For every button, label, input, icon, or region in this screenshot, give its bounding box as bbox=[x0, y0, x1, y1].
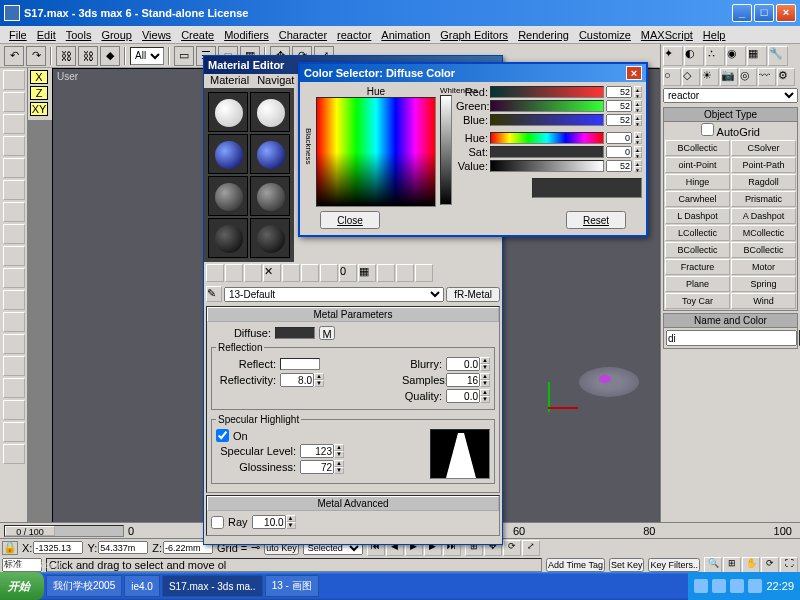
task-4[interactable]: 13 - 画图 bbox=[265, 575, 319, 597]
make-copy-button[interactable] bbox=[282, 264, 300, 282]
ray-input[interactable] bbox=[252, 515, 286, 529]
mat-slot-4[interactable] bbox=[250, 134, 290, 174]
tool-9[interactable] bbox=[3, 246, 25, 266]
diffuse-color-swatch[interactable] bbox=[275, 327, 315, 339]
btn-wind[interactable]: Wind bbox=[731, 293, 796, 309]
btn-bcollection3[interactable]: BCollectic bbox=[731, 242, 796, 258]
helpers-icon[interactable]: ◎ bbox=[739, 68, 757, 86]
start-button[interactable]: 开始 bbox=[0, 572, 44, 600]
time-slider[interactable]: 0 / 100 bbox=[4, 525, 124, 537]
undo-button[interactable]: ↶ bbox=[4, 46, 24, 66]
display-tab[interactable]: ▦ bbox=[747, 46, 767, 66]
pick-material-button[interactable]: ✎ bbox=[206, 286, 222, 302]
minimize-button[interactable]: _ bbox=[732, 4, 752, 22]
green-input[interactable] bbox=[606, 100, 632, 112]
reset-map-button[interactable]: ✕ bbox=[263, 264, 281, 282]
tray-icon-4[interactable] bbox=[748, 579, 762, 593]
blurry-down[interactable]: ▼ bbox=[480, 364, 490, 371]
menu-graph-editors[interactable]: Graph Editors bbox=[435, 29, 513, 41]
btn-fracture[interactable]: Fracture bbox=[665, 259, 730, 275]
tool-14[interactable] bbox=[3, 356, 25, 376]
tool-15[interactable] bbox=[3, 378, 25, 398]
name-color-rollup[interactable]: Name and Color bbox=[664, 314, 797, 328]
tray-icon-2[interactable] bbox=[712, 579, 726, 593]
btn-adashpot[interactable]: A Dashpot bbox=[731, 208, 796, 224]
object-name-input[interactable] bbox=[666, 330, 797, 346]
y-coord-input[interactable] bbox=[98, 541, 148, 554]
specular-level-input[interactable] bbox=[300, 444, 334, 458]
tool-16[interactable] bbox=[3, 400, 25, 420]
axis-z[interactable]: Z bbox=[30, 86, 48, 100]
menu-maxscript[interactable]: MAXScript bbox=[636, 29, 698, 41]
task-3[interactable]: S17.max - 3ds ma.. bbox=[162, 575, 263, 597]
show-end-button[interactable] bbox=[377, 264, 395, 282]
menu-views[interactable]: Views bbox=[137, 29, 176, 41]
reflectivity-input[interactable] bbox=[280, 373, 314, 387]
menu-help[interactable]: Help bbox=[698, 29, 731, 41]
hierarchy-tab[interactable]: ⛬ bbox=[705, 46, 725, 66]
mat-slot-8[interactable] bbox=[250, 218, 290, 258]
glossiness-input[interactable] bbox=[300, 460, 334, 474]
x-coord-input[interactable] bbox=[33, 541, 83, 554]
redo-button[interactable]: ↷ bbox=[26, 46, 46, 66]
clock[interactable]: 22:29 bbox=[766, 580, 794, 592]
assign-button[interactable] bbox=[244, 264, 262, 282]
btn-bcollection[interactable]: BCollectic bbox=[665, 140, 730, 156]
go-sibling-button[interactable] bbox=[415, 264, 433, 282]
menu-edit[interactable]: Edit bbox=[32, 29, 61, 41]
hue-slider[interactable] bbox=[490, 132, 604, 144]
red-slider[interactable] bbox=[490, 86, 604, 98]
tool-8[interactable] bbox=[3, 224, 25, 244]
axis-xy[interactable]: XY bbox=[30, 102, 48, 116]
mat-slot-2[interactable] bbox=[250, 92, 290, 132]
btn-hinge[interactable]: Hinge bbox=[665, 174, 730, 190]
tool-5[interactable] bbox=[3, 158, 25, 178]
cameras-icon[interactable]: 📷 bbox=[720, 68, 738, 86]
selection-filter[interactable]: All bbox=[130, 47, 164, 65]
tool-13[interactable] bbox=[3, 334, 25, 354]
maximize-button[interactable]: □ bbox=[754, 4, 774, 22]
tool-2[interactable] bbox=[3, 92, 25, 112]
red-input[interactable] bbox=[606, 86, 632, 98]
diffuse-map-button[interactable]: M bbox=[319, 326, 335, 340]
menu-tools[interactable]: Tools bbox=[61, 29, 97, 41]
btn-prismatic[interactable]: Prismatic bbox=[731, 191, 796, 207]
unlink-button[interactable]: ⛓ bbox=[78, 46, 98, 66]
nav-zoom[interactable]: 🔍 bbox=[704, 557, 722, 573]
show-map-button[interactable]: ▦ bbox=[358, 264, 376, 282]
specular-on-checkbox[interactable] bbox=[216, 429, 229, 442]
object-type-rollup[interactable]: Object Type bbox=[664, 108, 797, 122]
tool-17[interactable] bbox=[3, 422, 25, 442]
btn-point-point[interactable]: oint-Point bbox=[665, 157, 730, 173]
color-reset-button[interactable]: Reset bbox=[566, 211, 626, 229]
nav-zoom-all[interactable]: ⊞ bbox=[723, 557, 741, 573]
quality-input[interactable] bbox=[446, 389, 480, 403]
green-slider[interactable] bbox=[490, 100, 604, 112]
tool-3[interactable] bbox=[3, 114, 25, 134]
btn-ragdoll[interactable]: Ragdoll bbox=[731, 174, 796, 190]
put-library-button[interactable] bbox=[320, 264, 338, 282]
menu-character[interactable]: Character bbox=[274, 29, 332, 41]
tool-10[interactable] bbox=[3, 268, 25, 288]
systems-icon[interactable]: ⚙ bbox=[777, 68, 795, 86]
btn-spring[interactable]: Spring bbox=[731, 276, 796, 292]
bind-button[interactable]: ◆ bbox=[100, 46, 120, 66]
value-slider[interactable] bbox=[490, 160, 604, 172]
tool-7[interactable] bbox=[3, 202, 25, 222]
blurry-up[interactable]: ▲ bbox=[480, 357, 490, 364]
btn-csolver[interactable]: CSolver bbox=[731, 140, 796, 156]
link-button[interactable]: ⛓ bbox=[56, 46, 76, 66]
menu-reactor[interactable]: reactor bbox=[332, 29, 376, 41]
mat-slot-6[interactable] bbox=[250, 176, 290, 216]
modify-tab[interactable]: ◐ bbox=[684, 46, 704, 66]
btn-plane[interactable]: Plane bbox=[665, 276, 730, 292]
menu-animation[interactable]: Animation bbox=[376, 29, 435, 41]
btn-carwheel[interactable]: Carwheel bbox=[665, 191, 730, 207]
metal-advanced-rollup[interactable]: Metal Advanced bbox=[207, 496, 499, 511]
tray-icon-3[interactable] bbox=[730, 579, 744, 593]
scene-object[interactable] bbox=[579, 367, 639, 397]
tool-18[interactable] bbox=[3, 444, 25, 464]
menu-file[interactable]: File bbox=[4, 29, 32, 41]
metal-parameters-rollup[interactable]: Metal Parameters bbox=[207, 307, 499, 322]
btn-motor[interactable]: Motor bbox=[731, 259, 796, 275]
